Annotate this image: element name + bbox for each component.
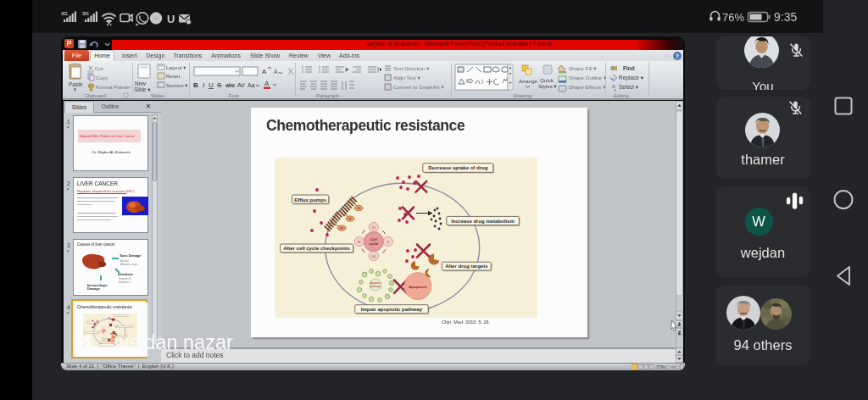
svg-text:77%: 77%: [656, 364, 665, 369]
svg-text:Replace ▾: Replace ▾: [619, 75, 644, 81]
svg-text:Cut: Cut: [95, 65, 103, 71]
svg-text:Find: Find: [623, 65, 635, 71]
svg-text:Format Painter: Format Painter: [96, 84, 131, 90]
svg-text:Paragraph: Paragraph: [316, 93, 339, 98]
svg-text:Select ▾: Select ▾: [619, 84, 639, 90]
svg-text:3G: 3G: [82, 11, 89, 16]
svg-text:Layout ▾: Layout ▾: [166, 64, 186, 70]
svg-text:pathways: pathways: [370, 285, 381, 288]
svg-text:cycle: cycle: [369, 242, 379, 246]
svg-text:Text Direction ▾: Text Direction ▾: [393, 65, 430, 71]
svg-text:9:35: 9:35: [774, 10, 797, 24]
svg-text:Aflatoxin, drugs: Aflatoxin, drugs: [120, 263, 138, 266]
svg-text:A: A: [264, 80, 270, 87]
svg-text:Align Text ▾: Align Text ▾: [393, 75, 420, 81]
svg-text:Impair apoptotic pathway: Impair apoptotic pathway: [361, 307, 423, 312]
svg-text:I: I: [203, 81, 205, 89]
svg-text:Shape Fill ▾: Shape Fill ▾: [569, 65, 597, 71]
svg-text:abc: abc: [225, 82, 236, 88]
svg-text:Paste: Paste: [69, 81, 83, 87]
svg-text:Slide ▾: Slide ▾: [134, 86, 151, 92]
svg-text:Aa: Aa: [248, 82, 255, 88]
svg-text:Drawing: Drawing: [514, 93, 531, 98]
svg-text:wejdan nazar: wejdan nazar: [114, 331, 233, 353]
svg-text:U: U: [167, 13, 175, 25]
svg-text:A: A: [262, 68, 267, 75]
svg-text:New: New: [135, 81, 146, 86]
svg-text:Arrange: Arrange: [519, 78, 538, 84]
svg-text:3G: 3G: [61, 11, 68, 16]
svg-text:U: U: [209, 81, 214, 89]
svg-text:AV: AV: [237, 82, 245, 88]
svg-text:G1: G1: [371, 255, 376, 258]
svg-text:Font: Font: [229, 93, 239, 98]
svg-text:Styles ▾: Styles ▾: [538, 83, 558, 89]
svg-text:Slides: Slides: [151, 93, 164, 98]
svg-text:G2: G2: [371, 226, 376, 230]
svg-text:Copy: Copy: [96, 75, 108, 81]
svg-text:B: B: [193, 81, 198, 89]
svg-text:Clipboard: Clipboard: [85, 93, 106, 98]
svg-text:Hepatitis C: Hepatitis C: [119, 281, 132, 284]
svg-text:Infections: Infections: [118, 273, 133, 276]
svg-text:Quick: Quick: [540, 77, 554, 83]
svg-text:Increase drug metabolism: Increase drug metabolism: [451, 219, 514, 224]
svg-text:Cell: Cell: [370, 237, 377, 242]
svg-text:S: S: [217, 81, 221, 89]
svg-text:Decrease uptake of drug: Decrease uptake of drug: [428, 165, 487, 170]
svg-text:Apoptosis: Apoptosis: [409, 285, 427, 289]
svg-text:Section ▾: Section ▾: [166, 82, 188, 88]
svg-text:Editing: Editing: [614, 93, 629, 98]
svg-text:Convert to SmartArt ▾: Convert to SmartArt ▾: [393, 84, 444, 90]
svg-text:A: A: [274, 69, 278, 75]
svg-text:Shape Outline ▾: Shape Outline ▾: [569, 75, 607, 81]
svg-text:Damage: Damage: [87, 287, 100, 291]
svg-text:?: ?: [676, 53, 679, 59]
svg-text:M: M: [358, 241, 360, 244]
svg-text:Toxic Damage: Toxic Damage: [120, 254, 141, 258]
svg-text:Efflux pumps: Efflux pumps: [294, 197, 327, 203]
svg-text:Alter drug targets: Alter drug targets: [445, 264, 488, 269]
svg-text:Reset: Reset: [166, 73, 180, 79]
svg-text:76%: 76%: [722, 11, 744, 24]
svg-text:Alter cell cycle checkpoints: Alter cell cycle checkpoints: [283, 246, 350, 251]
svg-text:Shape Effects ▾: Shape Effects ▾: [569, 84, 606, 90]
